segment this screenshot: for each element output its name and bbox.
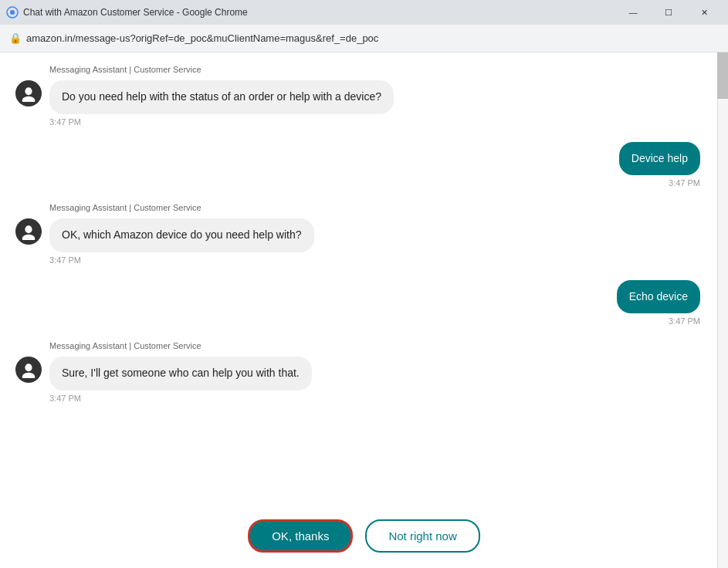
user-bubble-2: Echo device <box>617 280 700 314</box>
not-right-now-button[interactable]: Not right now <box>365 519 479 553</box>
restore-button[interactable]: ☐ <box>651 0 686 25</box>
user-message-row-1: Device help <box>15 142 700 176</box>
message-row-2: OK, which Amazon device do you need help… <box>15 218 700 252</box>
ok-thanks-button[interactable]: OK, thanks <box>248 519 353 553</box>
browser-icon <box>6 6 19 19</box>
avatar-1 <box>15 80 42 106</box>
message-row-1: Do you need help with the status of an o… <box>15 80 700 114</box>
chat-container: Messaging Assistant | Customer Service D… <box>0 52 728 568</box>
user-message-row-2: Echo device <box>15 280 700 314</box>
scroll-thumb[interactable] <box>717 52 728 99</box>
title-bar: Chat with Amazon Customer Service - Goog… <box>0 0 728 25</box>
window-controls: — ☐ ✕ <box>615 0 722 25</box>
bot-message-3: Sure, I'll get someone who can help you … <box>49 357 312 390</box>
address-url[interactable]: amazon.in/message-us?origRef=de_poc&muCl… <box>26 32 378 44</box>
window-title: Chat with Amazon Customer Service - Goog… <box>23 7 615 18</box>
minimize-button[interactable]: — <box>615 0 651 25</box>
action-bar: OK, thanks Not right now <box>0 510 728 568</box>
lock-icon: 🔒 <box>9 32 22 44</box>
svg-point-4 <box>25 225 32 233</box>
bot-message-1: Do you need help with the status of an o… <box>49 80 394 114</box>
close-button[interactable]: ✕ <box>686 0 722 25</box>
avatar-2 <box>15 218 42 245</box>
message-row-3: Sure, I'll get someone who can help you … <box>15 357 700 390</box>
user-timestamp-1: 3:47 PM <box>15 178 700 188</box>
bot-message-2: OK, which Amazon device do you need help… <box>49 218 314 252</box>
scroll-track[interactable] <box>717 52 728 568</box>
sender-label-1: Messaging Assistant | Customer Service <box>49 65 700 74</box>
svg-point-3 <box>22 96 36 102</box>
svg-point-1 <box>10 10 15 15</box>
sender-label-3: Messaging Assistant | Customer Service <box>49 341 700 350</box>
user-timestamp-2: 3:47 PM <box>15 316 700 326</box>
sender-label-2: Messaging Assistant | Customer Service <box>49 203 700 212</box>
avatar-3 <box>15 357 42 383</box>
svg-point-7 <box>22 373 36 378</box>
user-bubble-1: Device help <box>619 142 700 176</box>
svg-point-5 <box>22 235 36 240</box>
timestamp-2: 3:47 PM <box>49 255 700 265</box>
timestamp-1: 3:47 PM <box>49 117 700 127</box>
svg-point-6 <box>25 364 32 372</box>
chat-messages: Messaging Assistant | Customer Service D… <box>0 52 728 510</box>
svg-point-2 <box>25 87 32 95</box>
address-bar: 🔒 amazon.in/message-us?origRef=de_poc&mu… <box>0 25 728 52</box>
timestamp-3: 3:47 PM <box>49 394 700 403</box>
